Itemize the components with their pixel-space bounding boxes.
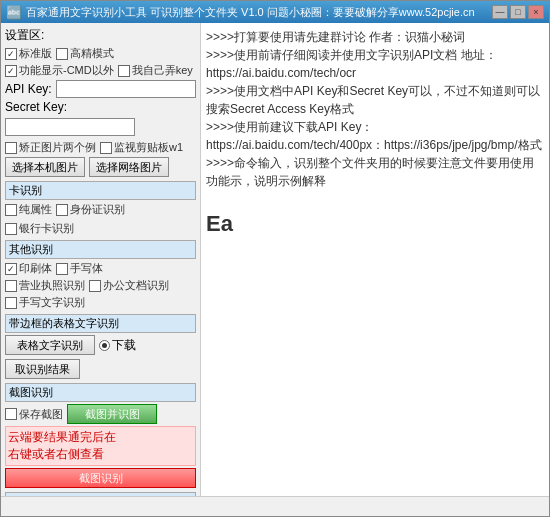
- monitor-crop-label: 监视剪贴板w1: [114, 140, 183, 155]
- office-doc-item: 办公文档识别: [89, 278, 169, 293]
- card-recog-row: 纯属性 身份证识别 银行卡识别: [5, 202, 196, 236]
- maximize-button[interactable]: □: [510, 5, 526, 19]
- print-hand-row: 印刷体 手写体: [5, 261, 196, 276]
- select-local-img-button[interactable]: 选择本机图片: [5, 157, 85, 177]
- image-correct-label: 矫正图片两个例: [19, 140, 96, 155]
- hand-checkbox[interactable]: [56, 263, 68, 275]
- bank-card-label: 银行卡识别: [19, 221, 74, 236]
- title-controls: — □ ×: [492, 5, 544, 19]
- image-correct-item: 矫正图片两个例: [5, 140, 96, 155]
- func-show-label: 功能显示-CMD以外: [19, 63, 114, 78]
- save-capture-row: 保存截图 截图并识图: [5, 404, 196, 424]
- left-panel: 设置区: 标准版 高精模式 功能显示-CMD以外: [1, 23, 201, 496]
- minimize-button[interactable]: —: [492, 5, 508, 19]
- formula-recog-btn-row: 截图识别: [5, 468, 196, 488]
- img-btn-row: 选择本机图片 选择网络图片: [5, 157, 196, 177]
- other-recog-section: 其他识别 印刷体 手写体 营业执照识别: [5, 240, 196, 310]
- right-line-3: >>>>使用文档中API Key和Secret Key可以，不过不知道则可以搜索…: [206, 82, 544, 118]
- office-doc-checkbox[interactable]: [89, 280, 101, 292]
- secret-key-row: Secret Key:: [5, 100, 196, 136]
- standard-edition-label: 标准版: [19, 46, 52, 61]
- right-line-5: >>>>命令输入，识别整个文件夹用的时候要注意文件要用使用功能示，说明示例解释: [206, 154, 544, 190]
- edition-row: 标准版 高精模式: [5, 46, 196, 61]
- image-correct-row: 矫正图片两个例 监视剪贴板w1: [5, 140, 196, 155]
- print-item: 印刷体: [5, 261, 52, 276]
- id-card-checkbox[interactable]: [56, 204, 68, 216]
- main-content: 设置区: 标准版 高精模式 功能显示-CMD以外: [1, 23, 549, 496]
- ocr-result-text: 云端要结果通完后在右键或者右侧查看: [8, 430, 116, 461]
- right-line-2: >>>>使用前请仔细阅读并使用文字识别API文档 地址：https://ai.b…: [206, 46, 544, 82]
- print-checkbox[interactable]: [5, 263, 17, 275]
- image-correct-checkbox[interactable]: [5, 142, 17, 154]
- secret-key-input[interactable]: [5, 118, 135, 136]
- main-window: 🔤 百家通用文字识别小工具 可识别整个文件夹 V1.0 问题小秘圈：要要破解分享…: [0, 0, 550, 517]
- secret-key-label: Secret Key:: [5, 100, 67, 114]
- download-radio[interactable]: [99, 340, 110, 351]
- settings-section: 设置区: 标准版 高精模式 功能显示-CMD以外: [5, 27, 196, 136]
- biz-license-label: 营业执照识别: [19, 278, 85, 293]
- window-title: 百家通用文字识别小工具 可识别整个文件夹 V1.0 问题小秘圈：要要破解分享ww…: [26, 5, 475, 20]
- save-capture-checkbox[interactable]: [5, 408, 17, 420]
- standard-edition-item: 标准版: [5, 46, 52, 61]
- formula-recog-button[interactable]: 截图识别: [5, 468, 196, 488]
- card-recog-section: 卡识别 纯属性 身份证识别 银行卡识别: [5, 181, 196, 236]
- api-key-input[interactable]: [56, 80, 196, 98]
- plain-text-item: 纯属性: [5, 202, 52, 217]
- bank-card-checkbox[interactable]: [5, 223, 17, 235]
- save-capture-item: 保存截图: [5, 407, 63, 422]
- right-line-4: >>>>使用前建议下载API Key：https://ai.baidu.com/…: [206, 118, 544, 154]
- hand-item: 手写体: [56, 261, 103, 276]
- download-radio-item: 下载: [99, 337, 136, 354]
- handwritten-row: 手写文字识别: [5, 295, 196, 310]
- capture-recog-button[interactable]: 截图并识图: [67, 404, 157, 424]
- biz-license-item: 营业执照识别: [5, 278, 85, 293]
- right-text-area: >>>>打算要使用请先建群讨论 作者：识猫小秘词 >>>>使用前请仔细阅读并使用…: [204, 26, 546, 242]
- standard-edition-checkbox[interactable]: [5, 48, 17, 60]
- api-key-row: API Key:: [5, 80, 196, 98]
- close-button[interactable]: ×: [528, 5, 544, 19]
- print-label: 印刷体: [19, 261, 52, 276]
- func-row: 功能显示-CMD以外 我自己弄key: [5, 63, 196, 78]
- table-recog-button[interactable]: 表格文字识别: [5, 335, 95, 355]
- biz-office-row: 营业执照识别 办公文档识别: [5, 278, 196, 293]
- table-recog-title: 带边框的表格文字识别: [5, 314, 196, 333]
- plain-text-checkbox[interactable]: [5, 204, 17, 216]
- handwritten-label: 手写文字识别: [19, 295, 85, 310]
- formula-recog-section: 截图识别 保存截图 截图并识图 云端要结果通完后在右键或者右侧查看 截图识别: [5, 383, 196, 488]
- hand-label: 手写体: [70, 261, 103, 276]
- settings-label: 设置区:: [5, 27, 44, 44]
- high-res-checkbox[interactable]: [56, 48, 68, 60]
- title-bar: 🔤 百家通用文字识别小工具 可识别整个文件夹 V1.0 问题小秘圈：要要破解分享…: [1, 1, 549, 23]
- self-key-checkbox[interactable]: [118, 65, 130, 77]
- settings-label-row: 设置区:: [5, 27, 196, 44]
- get-result-button[interactable]: 取识别结果: [5, 359, 80, 379]
- high-res-label: 高精模式: [70, 46, 114, 61]
- func-show-checkbox[interactable]: [5, 65, 17, 77]
- other-recog-title: 其他识别: [5, 240, 196, 259]
- table-recog-section: 带边框的表格文字识别 表格文字识别 下载 取识别结果: [5, 314, 196, 379]
- formula-recog-title: 截图识别: [5, 383, 196, 402]
- card-recog-title: 卡识别: [5, 181, 196, 200]
- self-key-label: 我自己弄key: [132, 63, 193, 78]
- right-panel: >>>>打算要使用请先建群讨论 作者：识猫小秘词 >>>>使用前请仔细阅读并使用…: [201, 23, 549, 496]
- func-show-item: 功能显示-CMD以外: [5, 63, 114, 78]
- ocr-result-area: 云端要结果通完后在右键或者右侧查看: [5, 426, 196, 466]
- handwritten-checkbox[interactable]: [5, 297, 17, 309]
- self-key-item: 我自己弄key: [118, 63, 193, 78]
- download-label: 下载: [112, 337, 136, 354]
- status-bar: [1, 496, 549, 516]
- biz-license-checkbox[interactable]: [5, 280, 17, 292]
- handwritten-item: 手写文字识别: [5, 295, 85, 310]
- plain-text-label: 纯属性: [19, 202, 52, 217]
- api-key-label: API Key:: [5, 82, 52, 96]
- right-line-1: >>>>打算要使用请先建群讨论 作者：识猫小秘词: [206, 28, 544, 46]
- right-line-ea: Ea: [206, 207, 544, 240]
- high-res-item: 高精模式: [56, 46, 114, 61]
- save-capture-label: 保存截图: [19, 407, 63, 422]
- id-card-item: 身份证识别: [56, 202, 125, 217]
- image-correct-section: 矫正图片两个例 监视剪贴板w1 选择本机图片 选择网络图片: [5, 140, 196, 177]
- select-net-img-button[interactable]: 选择网络图片: [89, 157, 169, 177]
- monitor-crop-checkbox[interactable]: [100, 142, 112, 154]
- title-bar-left: 🔤 百家通用文字识别小工具 可识别整个文件夹 V1.0 问题小秘圈：要要破解分享…: [6, 5, 475, 20]
- monitor-crop-item: 监视剪贴板w1: [100, 140, 183, 155]
